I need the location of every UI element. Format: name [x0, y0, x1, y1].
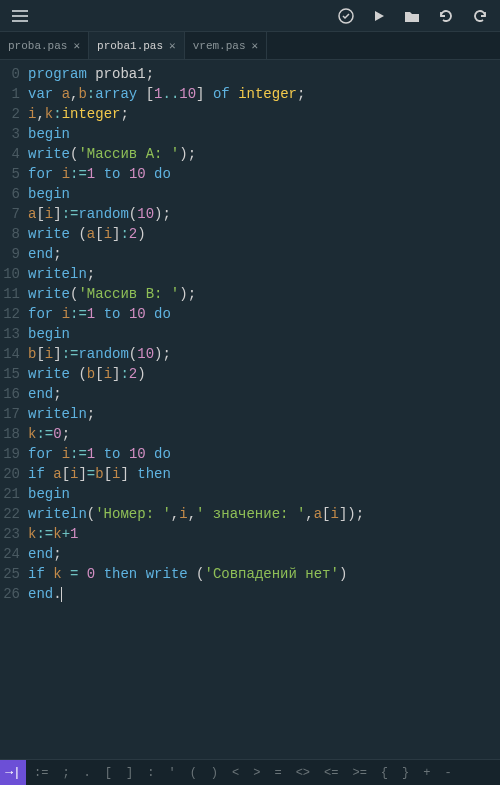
symbol-key[interactable]: <= — [324, 766, 338, 780]
code-line[interactable]: end; — [28, 244, 500, 264]
code-line[interactable]: writeln; — [28, 404, 500, 424]
token-punc: ( — [87, 506, 95, 522]
token-fn: write — [28, 366, 70, 382]
token-punc: ) — [137, 226, 145, 242]
token-punc: ] — [53, 346, 61, 362]
code-line[interactable]: k:=k+1 — [28, 524, 500, 544]
symbol-key[interactable]: ( — [190, 766, 197, 780]
tab-proba1-pas[interactable]: proba1.pas✕ — [89, 32, 185, 59]
code-line[interactable]: var a,b:array [1..10] of integer; — [28, 84, 500, 104]
tab-proba-pas[interactable]: proba.pas✕ — [0, 32, 89, 59]
code-line[interactable]: if k = 0 then write ('Совпадений нет') — [28, 564, 500, 584]
folder-icon[interactable] — [404, 9, 420, 23]
symbol-key[interactable]: : — [147, 766, 154, 780]
line-number: 12 — [0, 304, 20, 324]
symbol-key[interactable]: - — [444, 766, 451, 780]
code-line[interactable]: a[i]:=random(10); — [28, 204, 500, 224]
code-line[interactable]: program proba1; — [28, 64, 500, 84]
code-line[interactable]: begin — [28, 124, 500, 144]
token-ty: integer — [62, 106, 121, 122]
symbol-key[interactable]: . — [84, 766, 91, 780]
token-var: i — [179, 506, 187, 522]
token-kw: for — [28, 446, 53, 462]
menu-icon[interactable] — [12, 10, 28, 22]
code-line[interactable]: for i:=1 to 10 do — [28, 164, 500, 184]
token-punc: ] — [53, 206, 61, 222]
redo-icon[interactable] — [472, 9, 488, 23]
close-icon[interactable]: ✕ — [252, 39, 259, 52]
code-line[interactable]: end; — [28, 544, 500, 564]
undo-icon[interactable] — [438, 9, 454, 23]
token-punc: ) — [339, 566, 347, 582]
symbol-key[interactable]: } — [402, 766, 409, 780]
code-line[interactable]: k:=0; — [28, 424, 500, 444]
code-area[interactable]: program proba1;var a,b:array [1..10] of … — [24, 64, 500, 759]
symbol-key[interactable]: = — [274, 766, 281, 780]
code-line[interactable]: i,k:integer; — [28, 104, 500, 124]
token-kw: begin — [28, 326, 70, 342]
code-line[interactable]: write('Массив B: '); — [28, 284, 500, 304]
token-punc: ; — [188, 146, 196, 162]
line-number: 2 — [0, 104, 20, 124]
code-line[interactable]: for i:=1 to 10 do — [28, 304, 500, 324]
token-id — [205, 86, 213, 102]
code-line[interactable]: for i:=1 to 10 do — [28, 444, 500, 464]
code-line[interactable]: begin — [28, 484, 500, 504]
token-id — [137, 566, 145, 582]
symbol-key[interactable]: <> — [296, 766, 310, 780]
code-line[interactable]: write (b[i]:2) — [28, 364, 500, 384]
symbol-key[interactable]: + — [423, 766, 430, 780]
token-kw: end — [28, 546, 53, 562]
token-num: 10 — [137, 206, 154, 222]
token-var: a — [53, 466, 61, 482]
code-line[interactable]: writeln; — [28, 264, 500, 284]
symbol-key[interactable]: > — [253, 766, 260, 780]
line-number: 25 — [0, 564, 20, 584]
code-line[interactable]: writeln('Номер: ',i,' значение: ',a[i]); — [28, 504, 500, 524]
token-var: i — [104, 226, 112, 242]
symbol-key[interactable]: < — [232, 766, 239, 780]
indent-indicator[interactable]: →| — [0, 760, 26, 786]
code-line[interactable]: end; — [28, 384, 500, 404]
code-line[interactable]: if a[i]=b[i] then — [28, 464, 500, 484]
code-line[interactable]: end. — [28, 584, 500, 604]
check-icon[interactable] — [338, 8, 354, 24]
editor[interactable]: 0123456789101112131415161718192021222324… — [0, 60, 500, 759]
tab-vrem-pas[interactable]: vrem.pas✕ — [185, 32, 267, 59]
token-punc: ; — [188, 286, 196, 302]
token-punc: ; — [162, 346, 170, 362]
token-str: 'Совпадений нет' — [205, 566, 339, 582]
symbol-key[interactable]: := — [34, 766, 48, 780]
token-fn: write — [146, 566, 188, 582]
symbol-key[interactable]: ) — [211, 766, 218, 780]
token-rnd: random — [78, 206, 128, 222]
token-str: 'Номер: ' — [95, 506, 171, 522]
play-icon[interactable] — [372, 9, 386, 23]
line-number: 3 — [0, 124, 20, 144]
token-kw: to — [104, 306, 121, 322]
code-line[interactable]: begin — [28, 324, 500, 344]
token-punc: ( — [129, 346, 137, 362]
code-line[interactable]: write('Массив A: '); — [28, 144, 500, 164]
line-number: 18 — [0, 424, 20, 444]
symbol-key[interactable]: { — [381, 766, 388, 780]
line-number: 6 — [0, 184, 20, 204]
token-num: 0 — [87, 566, 95, 582]
token-fn: write — [28, 286, 70, 302]
token-op: := — [36, 426, 53, 442]
close-icon[interactable]: ✕ — [169, 39, 176, 52]
code-line[interactable]: write (a[i]:2) — [28, 224, 500, 244]
token-str: 'Массив B: ' — [78, 286, 179, 302]
symbol-key[interactable]: [ — [105, 766, 112, 780]
symbol-row: :=;.[]:'()<>=<><=>={}+- — [34, 766, 500, 780]
code-line[interactable]: begin — [28, 184, 500, 204]
symbol-key[interactable]: >= — [352, 766, 366, 780]
symbol-key[interactable]: ' — [168, 766, 175, 780]
symbol-key[interactable]: ] — [126, 766, 133, 780]
code-line[interactable]: b[i]:=random(10); — [28, 344, 500, 364]
token-num: 10 — [129, 166, 146, 182]
token-id — [120, 306, 128, 322]
line-number: 19 — [0, 444, 20, 464]
symbol-key[interactable]: ; — [62, 766, 69, 780]
close-icon[interactable]: ✕ — [73, 39, 80, 52]
